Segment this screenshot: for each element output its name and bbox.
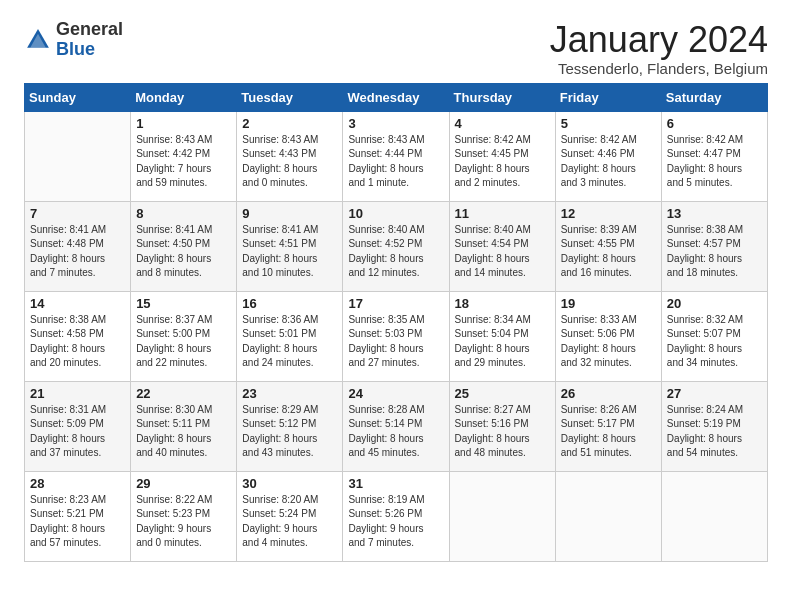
calendar-cell: 22Sunrise: 8:30 AM Sunset: 5:11 PM Dayli… bbox=[131, 381, 237, 471]
day-info: Sunrise: 8:34 AM Sunset: 5:04 PM Dayligh… bbox=[455, 313, 550, 371]
day-info: Sunrise: 8:27 AM Sunset: 5:16 PM Dayligh… bbox=[455, 403, 550, 461]
day-info: Sunrise: 8:36 AM Sunset: 5:01 PM Dayligh… bbox=[242, 313, 337, 371]
calendar-week-5: 28Sunrise: 8:23 AM Sunset: 5:21 PM Dayli… bbox=[25, 471, 768, 561]
calendar-cell: 14Sunrise: 8:38 AM Sunset: 4:58 PM Dayli… bbox=[25, 291, 131, 381]
day-number: 13 bbox=[667, 206, 762, 221]
calendar-cell: 3Sunrise: 8:43 AM Sunset: 4:44 PM Daylig… bbox=[343, 111, 449, 201]
day-number: 30 bbox=[242, 476, 337, 491]
calendar-week-2: 7Sunrise: 8:41 AM Sunset: 4:48 PM Daylig… bbox=[25, 201, 768, 291]
calendar-week-1: 1Sunrise: 8:43 AM Sunset: 4:42 PM Daylig… bbox=[25, 111, 768, 201]
day-number: 26 bbox=[561, 386, 656, 401]
logo-text: General Blue bbox=[56, 20, 123, 60]
day-info: Sunrise: 8:41 AM Sunset: 4:50 PM Dayligh… bbox=[136, 223, 231, 281]
day-number: 15 bbox=[136, 296, 231, 311]
day-number: 6 bbox=[667, 116, 762, 131]
day-number: 23 bbox=[242, 386, 337, 401]
calendar-cell bbox=[661, 471, 767, 561]
day-number: 20 bbox=[667, 296, 762, 311]
day-number: 24 bbox=[348, 386, 443, 401]
calendar-cell: 25Sunrise: 8:27 AM Sunset: 5:16 PM Dayli… bbox=[449, 381, 555, 471]
calendar-cell: 27Sunrise: 8:24 AM Sunset: 5:19 PM Dayli… bbox=[661, 381, 767, 471]
day-number: 21 bbox=[30, 386, 125, 401]
calendar-subtitle: Tessenderlo, Flanders, Belgium bbox=[550, 60, 768, 77]
day-info: Sunrise: 8:23 AM Sunset: 5:21 PM Dayligh… bbox=[30, 493, 125, 551]
header-row: SundayMondayTuesdayWednesdayThursdayFrid… bbox=[25, 83, 768, 111]
calendar-cell: 8Sunrise: 8:41 AM Sunset: 4:50 PM Daylig… bbox=[131, 201, 237, 291]
logo: General Blue bbox=[24, 20, 123, 60]
day-number: 29 bbox=[136, 476, 231, 491]
day-number: 31 bbox=[348, 476, 443, 491]
calendar-cell bbox=[25, 111, 131, 201]
calendar-cell: 19Sunrise: 8:33 AM Sunset: 5:06 PM Dayli… bbox=[555, 291, 661, 381]
day-number: 12 bbox=[561, 206, 656, 221]
day-number: 25 bbox=[455, 386, 550, 401]
day-number: 3 bbox=[348, 116, 443, 131]
day-info: Sunrise: 8:24 AM Sunset: 5:19 PM Dayligh… bbox=[667, 403, 762, 461]
calendar-cell: 4Sunrise: 8:42 AM Sunset: 4:45 PM Daylig… bbox=[449, 111, 555, 201]
calendar-title: January 2024 bbox=[550, 20, 768, 60]
calendar-cell: 26Sunrise: 8:26 AM Sunset: 5:17 PM Dayli… bbox=[555, 381, 661, 471]
day-info: Sunrise: 8:20 AM Sunset: 5:24 PM Dayligh… bbox=[242, 493, 337, 551]
calendar-cell: 21Sunrise: 8:31 AM Sunset: 5:09 PM Dayli… bbox=[25, 381, 131, 471]
header-cell-thursday: Thursday bbox=[449, 83, 555, 111]
day-info: Sunrise: 8:26 AM Sunset: 5:17 PM Dayligh… bbox=[561, 403, 656, 461]
calendar-week-4: 21Sunrise: 8:31 AM Sunset: 5:09 PM Dayli… bbox=[25, 381, 768, 471]
day-info: Sunrise: 8:38 AM Sunset: 4:57 PM Dayligh… bbox=[667, 223, 762, 281]
calendar-cell: 29Sunrise: 8:22 AM Sunset: 5:23 PM Dayli… bbox=[131, 471, 237, 561]
day-number: 10 bbox=[348, 206, 443, 221]
day-number: 18 bbox=[455, 296, 550, 311]
page-header: General Blue January 2024 Tessenderlo, F… bbox=[24, 20, 768, 77]
calendar-cell: 23Sunrise: 8:29 AM Sunset: 5:12 PM Dayli… bbox=[237, 381, 343, 471]
day-info: Sunrise: 8:42 AM Sunset: 4:45 PM Dayligh… bbox=[455, 133, 550, 191]
calendar-header: SundayMondayTuesdayWednesdayThursdayFrid… bbox=[25, 83, 768, 111]
day-info: Sunrise: 8:39 AM Sunset: 4:55 PM Dayligh… bbox=[561, 223, 656, 281]
day-info: Sunrise: 8:41 AM Sunset: 4:48 PM Dayligh… bbox=[30, 223, 125, 281]
day-info: Sunrise: 8:30 AM Sunset: 5:11 PM Dayligh… bbox=[136, 403, 231, 461]
header-cell-friday: Friday bbox=[555, 83, 661, 111]
logo-icon bbox=[24, 26, 52, 54]
calendar-cell: 6Sunrise: 8:42 AM Sunset: 4:47 PM Daylig… bbox=[661, 111, 767, 201]
day-info: Sunrise: 8:43 AM Sunset: 4:43 PM Dayligh… bbox=[242, 133, 337, 191]
day-info: Sunrise: 8:22 AM Sunset: 5:23 PM Dayligh… bbox=[136, 493, 231, 551]
day-number: 22 bbox=[136, 386, 231, 401]
calendar-cell: 24Sunrise: 8:28 AM Sunset: 5:14 PM Dayli… bbox=[343, 381, 449, 471]
day-info: Sunrise: 8:42 AM Sunset: 4:46 PM Dayligh… bbox=[561, 133, 656, 191]
day-number: 27 bbox=[667, 386, 762, 401]
day-number: 4 bbox=[455, 116, 550, 131]
calendar-table: SundayMondayTuesdayWednesdayThursdayFrid… bbox=[24, 83, 768, 562]
calendar-cell: 11Sunrise: 8:40 AM Sunset: 4:54 PM Dayli… bbox=[449, 201, 555, 291]
day-info: Sunrise: 8:32 AM Sunset: 5:07 PM Dayligh… bbox=[667, 313, 762, 371]
day-number: 8 bbox=[136, 206, 231, 221]
calendar-cell: 12Sunrise: 8:39 AM Sunset: 4:55 PM Dayli… bbox=[555, 201, 661, 291]
calendar-cell bbox=[555, 471, 661, 561]
calendar-cell bbox=[449, 471, 555, 561]
day-info: Sunrise: 8:40 AM Sunset: 4:54 PM Dayligh… bbox=[455, 223, 550, 281]
calendar-cell: 1Sunrise: 8:43 AM Sunset: 4:42 PM Daylig… bbox=[131, 111, 237, 201]
calendar-cell: 5Sunrise: 8:42 AM Sunset: 4:46 PM Daylig… bbox=[555, 111, 661, 201]
day-info: Sunrise: 8:40 AM Sunset: 4:52 PM Dayligh… bbox=[348, 223, 443, 281]
calendar-cell: 13Sunrise: 8:38 AM Sunset: 4:57 PM Dayli… bbox=[661, 201, 767, 291]
calendar-cell: 7Sunrise: 8:41 AM Sunset: 4:48 PM Daylig… bbox=[25, 201, 131, 291]
day-info: Sunrise: 8:41 AM Sunset: 4:51 PM Dayligh… bbox=[242, 223, 337, 281]
day-number: 1 bbox=[136, 116, 231, 131]
calendar-cell: 18Sunrise: 8:34 AM Sunset: 5:04 PM Dayli… bbox=[449, 291, 555, 381]
day-info: Sunrise: 8:35 AM Sunset: 5:03 PM Dayligh… bbox=[348, 313, 443, 371]
calendar-body: 1Sunrise: 8:43 AM Sunset: 4:42 PM Daylig… bbox=[25, 111, 768, 561]
day-number: 2 bbox=[242, 116, 337, 131]
day-info: Sunrise: 8:31 AM Sunset: 5:09 PM Dayligh… bbox=[30, 403, 125, 461]
day-info: Sunrise: 8:33 AM Sunset: 5:06 PM Dayligh… bbox=[561, 313, 656, 371]
day-info: Sunrise: 8:43 AM Sunset: 4:44 PM Dayligh… bbox=[348, 133, 443, 191]
calendar-cell: 30Sunrise: 8:20 AM Sunset: 5:24 PM Dayli… bbox=[237, 471, 343, 561]
title-block: January 2024 Tessenderlo, Flanders, Belg… bbox=[550, 20, 768, 77]
day-info: Sunrise: 8:38 AM Sunset: 4:58 PM Dayligh… bbox=[30, 313, 125, 371]
calendar-cell: 16Sunrise: 8:36 AM Sunset: 5:01 PM Dayli… bbox=[237, 291, 343, 381]
calendar-cell: 17Sunrise: 8:35 AM Sunset: 5:03 PM Dayli… bbox=[343, 291, 449, 381]
header-cell-sunday: Sunday bbox=[25, 83, 131, 111]
day-info: Sunrise: 8:28 AM Sunset: 5:14 PM Dayligh… bbox=[348, 403, 443, 461]
day-number: 17 bbox=[348, 296, 443, 311]
calendar-cell: 28Sunrise: 8:23 AM Sunset: 5:21 PM Dayli… bbox=[25, 471, 131, 561]
header-cell-monday: Monday bbox=[131, 83, 237, 111]
day-number: 19 bbox=[561, 296, 656, 311]
day-info: Sunrise: 8:43 AM Sunset: 4:42 PM Dayligh… bbox=[136, 133, 231, 191]
calendar-week-3: 14Sunrise: 8:38 AM Sunset: 4:58 PM Dayli… bbox=[25, 291, 768, 381]
